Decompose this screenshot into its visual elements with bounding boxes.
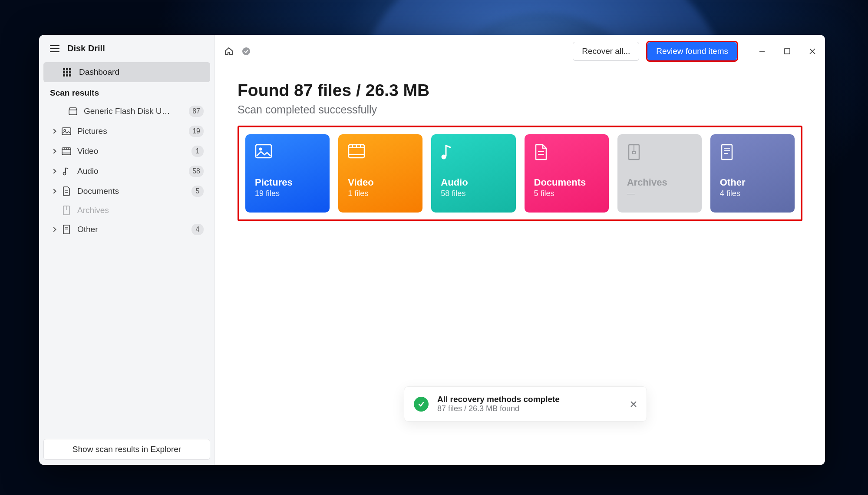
svg-point-22	[259, 148, 262, 151]
category-cards-highlight: Pictures 19 files Video 1 files Audio 58…	[238, 126, 802, 221]
file-icon	[720, 144, 785, 164]
check-badge-icon[interactable]	[241, 46, 251, 56]
tree-item-label: Pictures	[77, 126, 107, 136]
document-icon	[534, 144, 599, 164]
section-scan-results: Scan results	[39, 82, 215, 101]
tree-item-badge: 4	[191, 224, 204, 235]
file-icon	[62, 225, 71, 234]
tree-item-badge: 1	[191, 146, 204, 157]
video-icon	[348, 144, 413, 164]
show-in-explorer-button[interactable]: Show scan results in Explorer	[43, 439, 210, 460]
card-sub: 5 files	[534, 189, 599, 198]
window-controls	[758, 47, 816, 55]
music-icon	[441, 144, 506, 164]
tree-item-label: Video	[77, 146, 98, 156]
tree-documents[interactable]: Documents 5	[39, 181, 215, 201]
svg-rect-35	[722, 145, 732, 159]
sidebar-header: Disk Drill	[39, 35, 215, 62]
archive-icon	[62, 206, 71, 215]
image-icon	[255, 144, 320, 164]
sidebar-bottom: Show scan results in Explorer	[39, 439, 215, 465]
sidebar: Disk Drill Dashboard Scan results Generi…	[39, 35, 215, 465]
card-other[interactable]: Other 4 files	[710, 134, 795, 213]
toast-title: All recovery methods complete	[437, 395, 560, 404]
card-title: Audio	[441, 177, 506, 188]
card-video[interactable]: Video 1 files	[338, 134, 422, 213]
review-found-button[interactable]: Review found items	[647, 42, 737, 60]
toast-text: All recovery methods complete 87 files /…	[437, 395, 560, 413]
review-found-highlight: Review found items	[646, 41, 738, 62]
tree-audio[interactable]: Audio 58	[39, 161, 215, 181]
card-title: Documents	[534, 177, 599, 188]
chevron-right-icon	[51, 189, 56, 193]
card-sub: —	[627, 189, 692, 198]
archive-icon	[627, 144, 692, 164]
tree-pictures[interactable]: Pictures 19	[39, 121, 215, 141]
card-sub: 1 files	[348, 189, 413, 198]
chevron-right-icon	[51, 129, 56, 133]
tree-item-badge: 58	[189, 166, 204, 177]
tree-item-label: Archives	[77, 206, 109, 215]
card-title: Archives	[627, 177, 692, 188]
titlebar: Recover all... Review found items	[215, 35, 825, 68]
svg-rect-34	[633, 152, 635, 154]
tree-device-badge: 87	[189, 106, 204, 117]
minimize-button[interactable]	[758, 47, 766, 55]
maximize-button[interactable]	[783, 47, 791, 55]
document-icon	[62, 186, 71, 196]
recover-all-button[interactable]: Recover all...	[573, 42, 639, 61]
toast-subtitle: 87 files / 26.3 MB found	[437, 404, 560, 413]
page-heading: Found 87 files / 26.3 MB	[238, 81, 802, 100]
svg-point-8	[63, 173, 66, 175]
svg-point-29	[442, 155, 446, 159]
toast: All recovery methods complete 87 files /…	[217, 386, 647, 422]
card-pictures[interactable]: Pictures 19 files	[245, 134, 330, 213]
tree-item-label: Other	[77, 225, 98, 234]
tree-device[interactable]: Generic Flash Disk USB D... 87	[39, 101, 215, 121]
app-title: Disk Drill	[67, 43, 105, 53]
tree-video[interactable]: Video 1	[39, 141, 215, 161]
tree-item-badge: 5	[191, 186, 204, 197]
svg-point-16	[242, 47, 250, 55]
tree-archives: Archives	[39, 201, 215, 219]
content: Found 87 files / 26.3 MB Scan completed …	[215, 68, 825, 234]
menu-icon[interactable]	[50, 45, 59, 52]
video-icon	[62, 147, 71, 155]
card-title: Pictures	[255, 177, 320, 188]
close-button[interactable]	[809, 47, 816, 55]
card-title: Video	[348, 177, 413, 188]
page-subheading: Scan completed successfully	[238, 103, 802, 116]
nav-dashboard[interactable]: Dashboard	[43, 62, 210, 82]
card-archives: Archives —	[617, 134, 702, 213]
card-title: Other	[720, 177, 785, 188]
svg-rect-18	[785, 49, 790, 54]
svg-rect-21	[256, 145, 271, 158]
card-audio[interactable]: Audio 58 files	[431, 134, 515, 213]
tree-item-label: Documents	[77, 186, 119, 196]
tree-device-label: Generic Flash Disk USB D...	[84, 106, 175, 116]
card-documents[interactable]: Documents 5 files	[525, 134, 609, 213]
tree-item-badge: 19	[189, 126, 204, 137]
card-sub: 58 files	[441, 189, 506, 198]
svg-rect-0	[62, 128, 71, 135]
image-icon	[62, 127, 71, 135]
dashboard-icon	[63, 68, 71, 76]
drive-icon	[68, 107, 78, 115]
main: Recover all... Review found items Found …	[215, 35, 825, 465]
chevron-right-icon	[51, 169, 56, 173]
svg-rect-13	[63, 225, 69, 234]
close-icon[interactable]	[630, 401, 637, 408]
chevron-right-icon	[51, 227, 56, 232]
home-icon[interactable]	[224, 46, 234, 56]
tree-other[interactable]: Other 4	[39, 219, 215, 239]
check-icon	[414, 397, 429, 412]
nav-dashboard-label: Dashboard	[79, 67, 119, 77]
tree-item-label: Audio	[77, 166, 99, 176]
chevron-right-icon	[51, 149, 56, 153]
card-sub: 4 files	[720, 189, 785, 198]
music-icon	[62, 167, 71, 176]
toast-box: All recovery methods complete 87 files /…	[404, 386, 647, 422]
card-sub: 19 files	[255, 189, 320, 198]
app-window: Disk Drill Dashboard Scan results Generi…	[39, 35, 825, 465]
